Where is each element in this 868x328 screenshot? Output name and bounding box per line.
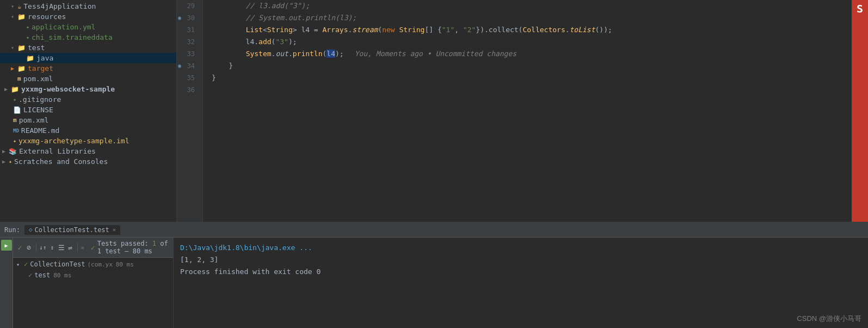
sidebar-item-scratches[interactable]: ▶ ✦ Scratches and Consoles [0,156,176,167]
toolbar-sort-asc-btn[interactable]: ↓↑ [39,241,46,253]
line-33: 33 [177,48,198,60]
arrays-type: Arrays [323,26,348,34]
line-30: ◉30 [177,12,198,24]
test-count: 1 [152,240,156,247]
test-item-collection-test[interactable]: ▾ ✓ CollectionTest (com.yx 80 ms [13,259,173,270]
line-numbers: 29 ◉30 31 32 33 ◉34 35 36 [177,0,203,222]
stream-method: stream [352,26,378,34]
gitignore-label: .gitignore [19,95,61,104]
scratches-label: Scratches and Consoles [14,157,108,166]
out-var: out [275,50,288,58]
sidebar-item-resources[interactable]: ▾ 📁 resources [0,11,176,22]
yml-label: application.yml [32,23,95,31]
yxxmg-icon: 📁 [11,86,19,93]
test-arrow: ▾ [11,45,17,51]
sidebar-item-pom2[interactable]: ▾ m pom.xml [0,115,176,125]
code-line-31: List<String> l4 = Arrays.stream(new Stri… [212,24,852,36]
bookmark-30: ◉ [178,12,181,24]
run-toolbar: ✓ ⊘ ↓↑ ↕ ☰ ⇌ » ✓ Tests passed: 1 of 1 te… [13,238,173,258]
output-exit: Process finished with exit code 0 [180,266,861,278]
git-annotation: You, Moments ago • Uncommitted changes [355,50,516,58]
brand-sidebar: S [852,0,868,222]
output-command: D:\Java\jdk1.8\bin\java.exe ... [180,242,861,254]
run-tab-close[interactable]: ✕ [113,227,116,233]
sidebar: ▾ ☕ Tess4jApplication ▾ 📁 resources ▾ ✦ … [0,0,177,222]
iml-label: yxxmg-archetype-sample.iml [19,137,130,145]
str-2: "2" [463,26,476,34]
sidebar-item-test[interactable]: ▾ 📁 test [0,42,176,53]
java-icon: ☕ [17,3,21,10]
test-item-test-method[interactable]: ✓ test 80 ms [13,270,173,281]
sidebar-item-gitignore[interactable]: ▾ ✦ .gitignore [0,94,176,105]
line-29: 29 [177,0,198,12]
toolbar-expand-btn[interactable]: ☰ [58,241,65,253]
toolbar-check-btn[interactable]: ✓ [16,241,23,253]
run-tab-icon: ◇ [29,226,33,233]
resources-folder-icon: 📁 [17,13,26,21]
bottom-panel: Run: ◇ CollectionTest.test ✕ ▶ ✓ ⊘ ↓↑ ↕ … [0,222,868,328]
toolbar-more: » [81,244,84,251]
readme-label: README.md [21,126,59,135]
sidebar-item-application-yml[interactable]: ▾ ✦ application.yml [0,22,176,32]
yxxmg-arrow: ▶ [4,86,11,92]
run-tab-collection-test[interactable]: ◇ CollectionTest.test ✕ [24,225,120,235]
output-result: [1, 2, 3] [180,254,861,266]
license-icon: 📄 [13,106,21,114]
sidebar-item-ext-lib[interactable]: ▶ 📚 External Libraries [0,146,176,156]
run-side-panel: ▶ [0,238,13,328]
comment-30: // System.out.println(l3); [212,14,356,22]
collection-test-time: 80 ms [116,261,134,268]
ext-lib-arrow: ▶ [2,148,9,154]
sidebar-item-target[interactable]: ▶ 📁 target [0,63,176,74]
tests-passed-inline: ✓ Tests passed: 1 of 1 test – 80 ms [91,240,170,255]
sidebar-item-pom1[interactable]: ▾ m pom.xml [0,74,176,84]
list-type: List [246,26,263,34]
chi-sim-label: chi_sim.traineddata [32,33,113,41]
add-method: add [258,38,271,46]
code-line-32: l4.add("3"); [212,36,852,48]
sidebar-item-java[interactable]: ▾ 📁 java [0,53,176,63]
license-label: LICENSE [23,106,53,114]
toolbar-sort-desc-btn[interactable]: ↕ [48,241,56,253]
code-editor[interactable]: 29 ◉30 31 32 33 ◉34 35 36 // l3.add("3")… [177,0,852,222]
toolbar-stop-btn[interactable]: ⊘ [26,241,33,253]
target-icon: 📁 [17,65,26,72]
editor-area: 29 ◉30 31 32 33 ◉34 35 36 // l3.add("3")… [177,0,852,222]
toolbar-collapse-btn[interactable]: ⇌ [67,241,74,253]
code-line-36 [212,84,852,96]
str-1: "1" [442,26,454,34]
code-line-30: // System.out.println(l3); [212,12,852,24]
resources-arrow: ▾ [11,14,17,20]
sidebar-item-readme[interactable]: ▾ MD README.md [0,125,176,136]
str-3: "3" [275,38,288,46]
test-method-time: 80 ms [53,272,71,279]
run-output: D:\Java\jdk1.8\bin\java.exe ... [1, 2, 3… [174,238,868,328]
pom1-icon: m [17,75,21,82]
line-36: 36 [177,84,198,96]
sidebar-item-license[interactable]: ▾ 📄 LICENSE [0,105,176,115]
yxxmg-label: yxxmg-websocket-sample [21,85,115,93]
new-kw: new [382,26,395,34]
comment-29: // l3.add("3"); [212,2,310,10]
java-folder-icon: 📁 [26,54,34,62]
gitignore-icon: ✦ [13,96,16,102]
sidebar-item-tess4j[interactable]: ▾ ☕ Tess4jApplication [0,1,176,11]
sidebar-tree: ▾ ☕ Tess4jApplication ▾ 📁 resources ▾ ✦ … [0,0,176,222]
sidebar-item-chi-sim[interactable]: ▾ ✦ chi_sim.traineddata [0,32,176,42]
test-folder-icon: 📁 [17,44,26,52]
bottom-content: ▶ ✓ ⊘ ↓↑ ↕ ☰ ⇌ » ✓ Tests passed: 1 of 1 … [0,238,868,328]
run-play-button[interactable]: ▶ [1,240,12,251]
sidebar-item-iml[interactable]: ▾ ✦ yxxmg-archetype-sample.iml [0,136,176,146]
code-content[interactable]: // l3.add("3"); // System.out.println(l3… [203,0,852,222]
run-tabs-bar: Run: ◇ CollectionTest.test ✕ [0,222,868,238]
iml-icon: ✦ [13,138,16,144]
code-line-29: // l3.add("3"); [212,0,852,12]
collection-test-name: CollectionTest [30,260,85,268]
run-label: Run: [4,226,20,234]
line-35: 35 [177,72,198,84]
code-line-33: System.out.println(l4);You, Moments ago … [212,48,852,60]
tests-passed-check-icon: ✓ [91,244,95,252]
sidebar-item-yxxmg[interactable]: ▶ 📁 yxxmg-websocket-sample [0,84,176,94]
test-method-name: test [34,271,50,279]
println-method: println [293,50,323,58]
